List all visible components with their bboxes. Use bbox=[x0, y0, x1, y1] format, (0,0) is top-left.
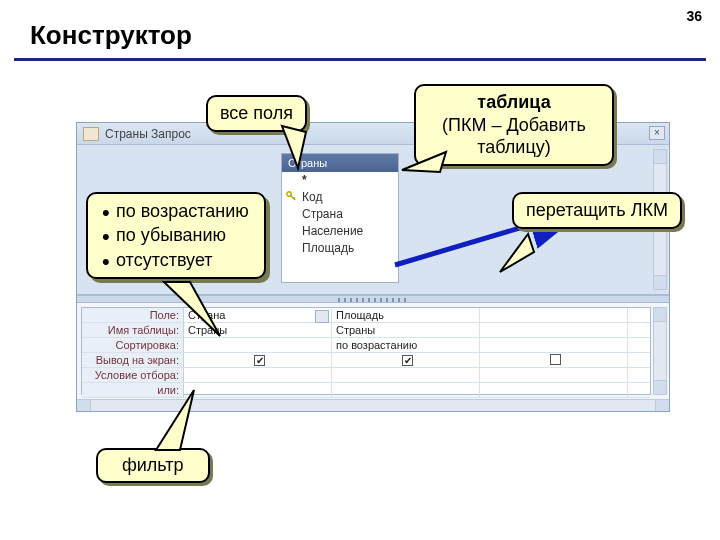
callout-text: перетащить ЛКМ bbox=[526, 200, 668, 220]
callout-sub: (ПКМ – Добавить таблицу) bbox=[428, 114, 600, 159]
callout-tail-icon bbox=[160, 278, 230, 348]
callout-tail-icon bbox=[150, 388, 200, 458]
callout-title: таблица bbox=[428, 91, 600, 114]
callout-text: фильтр bbox=[122, 455, 184, 475]
sort-option: отсутствует bbox=[102, 248, 252, 272]
sort-option: по убыванию bbox=[102, 223, 252, 247]
callout-text: все поля bbox=[220, 103, 293, 123]
callout-tail-icon bbox=[498, 232, 538, 282]
callout-tail-icon bbox=[280, 124, 320, 174]
sort-option: по возрастанию bbox=[102, 199, 252, 223]
callout-sort: по возрастанию по убыванию отсутствует bbox=[86, 192, 266, 279]
callout-tail-icon bbox=[400, 150, 450, 190]
callout-drag: перетащить ЛКМ bbox=[512, 192, 682, 229]
